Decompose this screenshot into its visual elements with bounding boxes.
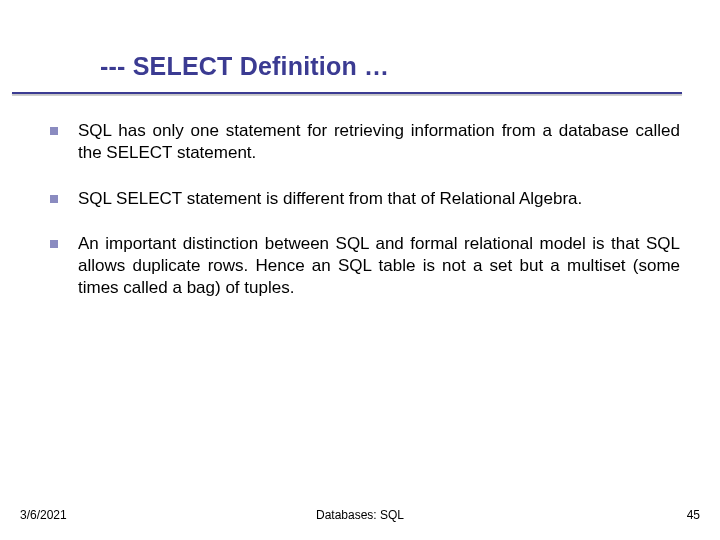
bullet-marker-icon <box>50 127 58 135</box>
bullet-text: An important distinction between SQL and… <box>78 233 680 298</box>
bullet-marker-icon <box>50 240 58 248</box>
footer: 3/6/2021 Databases: SQL 45 <box>0 504 720 522</box>
content-area: SQL has only one statement for retrievin… <box>50 120 680 323</box>
title-underline <box>12 92 682 94</box>
slide-title: --- SELECT Definition … <box>100 52 680 81</box>
bullet-item: SQL SELECT statement is different from t… <box>50 188 680 210</box>
bullet-text: SQL has only one statement for retrievin… <box>78 120 680 164</box>
footer-page-number: 45 <box>687 508 700 522</box>
slide: --- SELECT Definition … SQL has only one… <box>0 0 720 540</box>
title-underline-shadow <box>12 95 682 96</box>
footer-center: Databases: SQL <box>0 508 720 522</box>
bullet-item: An important distinction between SQL and… <box>50 233 680 298</box>
title-wrap: --- SELECT Definition … <box>100 52 680 81</box>
bullet-text: SQL SELECT statement is different from t… <box>78 188 680 210</box>
bullet-marker-icon <box>50 195 58 203</box>
bullet-item: SQL has only one statement for retrievin… <box>50 120 680 164</box>
